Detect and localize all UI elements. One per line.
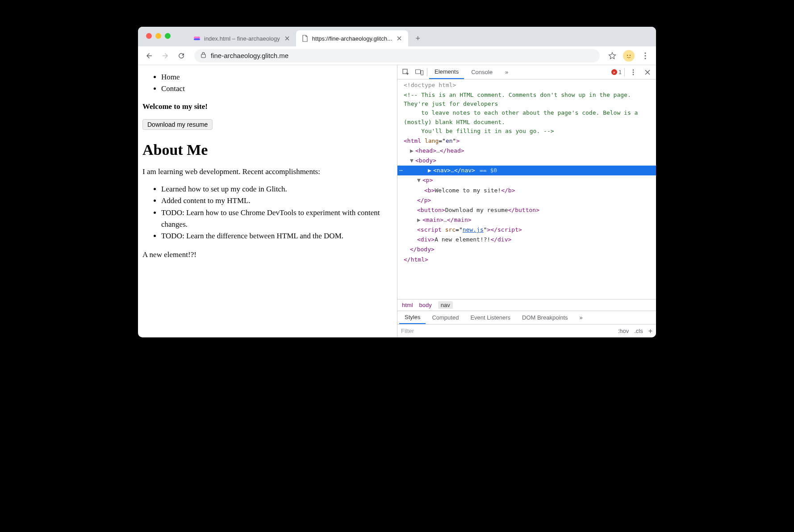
about-heading: About Me: [142, 141, 393, 158]
url-text: fine-archaeology.glitch.me: [211, 52, 288, 59]
back-button[interactable]: [142, 49, 156, 62]
breadcrumb-html[interactable]: html: [402, 302, 413, 308]
tab-more[interactable]: »: [500, 65, 514, 79]
nav-list: Home Contact: [161, 71, 393, 94]
devtools-tabbar: Elements Console » ✕ 1: [397, 65, 656, 79]
address-bar[interactable]: fine-archaeology.glitch.me: [194, 49, 600, 62]
lock-icon: [201, 52, 206, 59]
toolbar-right: [606, 50, 652, 62]
tab-inactive[interactable]: index.html – fine-archaeology: [188, 30, 296, 46]
tab-close-button[interactable]: [284, 35, 291, 42]
styles-filter-row: :hov .cls +: [397, 324, 656, 337]
toolbar: fine-archaeology.glitch.me: [138, 46, 656, 65]
console-ref: == $0: [480, 166, 497, 175]
separator: [427, 68, 427, 76]
nav-item-contact[interactable]: Contact: [161, 83, 393, 95]
glitch-favicon-icon: [193, 35, 201, 42]
tab-console[interactable]: Console: [466, 65, 498, 79]
tab-close-button[interactable]: [396, 35, 403, 42]
tab-title: https://fine-archaeology.glitch...: [312, 35, 392, 42]
svg-point-6: [644, 52, 646, 54]
dom-selected-nav[interactable]: ⋯ ▶<nav>…</nav>== $0: [397, 166, 656, 175]
new-tab-button[interactable]: +: [412, 32, 424, 45]
download-resume-button[interactable]: Download my resume: [142, 119, 213, 130]
browser-window: index.html – fine-archaeology https://fi…: [138, 27, 656, 337]
list-item: TODO: Learn how to use Chrome DevTools t…: [161, 207, 393, 231]
collapse-triangle-icon[interactable]: ▼: [410, 156, 415, 165]
window-controls: [146, 33, 171, 39]
nav-item-home[interactable]: Home: [161, 71, 393, 83]
devtools-right-controls: ✕ 1: [611, 66, 653, 78]
profile-avatar[interactable]: [623, 50, 635, 62]
expand-triangle-icon[interactable]: ▶: [417, 216, 422, 224]
device-toolbar-button[interactable]: [414, 66, 425, 78]
dom-breadcrumb: html body nav: [397, 299, 656, 311]
errors-badge[interactable]: ✕ 1: [611, 69, 622, 75]
reload-button[interactable]: [175, 49, 188, 62]
bookmark-button[interactable]: [606, 50, 618, 62]
tab-styles[interactable]: Styles: [399, 311, 426, 324]
styles-filter-input[interactable]: [401, 328, 618, 334]
devtools-menu-button[interactable]: [627, 66, 639, 78]
svg-point-14: [633, 74, 634, 75]
content-area: Home Contact Welcome to my site! Downloa…: [138, 65, 656, 337]
svg-point-4: [627, 54, 628, 55]
dom-html-open: <html: [404, 137, 425, 144]
tab-styles-more[interactable]: »: [574, 311, 588, 324]
maximize-window-button[interactable]: [165, 33, 171, 39]
svg-point-8: [644, 58, 646, 59]
dom-comment: <!-- This is an HTML comment. Comments d…: [404, 91, 641, 134]
script-src-link[interactable]: new.js: [463, 226, 484, 233]
tab-title: index.html – fine-archaeology: [204, 35, 280, 42]
chrome-menu-button[interactable]: [639, 50, 652, 62]
page-favicon-icon: [301, 35, 309, 42]
collapse-triangle-icon[interactable]: ▼: [417, 176, 422, 185]
minimize-window-button[interactable]: [155, 33, 161, 39]
styles-tabbar: Styles Computed Event Listeners DOM Brea…: [397, 311, 656, 324]
dom-tree[interactable]: <!doctype html> <!-- This is an HTML com…: [397, 79, 656, 299]
tab-elements[interactable]: Elements: [429, 65, 464, 79]
svg-point-13: [633, 71, 634, 73]
rendered-page: Home Contact Welcome to my site! Downloa…: [138, 65, 397, 337]
dom-doctype: <!doctype html>: [404, 82, 456, 88]
accomplishments-list: Learned how to set up my code in Glitch.…: [161, 183, 393, 242]
svg-rect-1: [194, 38, 200, 40]
tab-active[interactable]: https://fine-archaeology.glitch...: [296, 30, 408, 46]
svg-point-12: [633, 69, 634, 71]
tab-dom-breakpoints[interactable]: DOM Breakpoints: [517, 311, 573, 324]
hov-toggle[interactable]: :hov: [618, 328, 629, 334]
inspect-element-button[interactable]: [400, 66, 412, 78]
intro-text: I am learning web development. Recent ac…: [142, 167, 393, 176]
svg-rect-2: [201, 54, 205, 58]
tabs-container: index.html – fine-archaeology https://fi…: [188, 27, 424, 46]
tab-computed[interactable]: Computed: [426, 311, 464, 324]
svg-rect-0: [194, 37, 200, 38]
error-icon: ✕: [611, 69, 617, 75]
svg-rect-11: [421, 71, 423, 75]
cls-toggle[interactable]: .cls: [634, 328, 643, 334]
svg-point-3: [624, 51, 633, 60]
breadcrumb-nav[interactable]: nav: [438, 301, 453, 309]
expand-triangle-icon[interactable]: ▶: [410, 146, 415, 155]
tab-bar: index.html – fine-archaeology https://fi…: [138, 27, 656, 46]
separator: [624, 68, 625, 76]
errors-count: 1: [618, 69, 622, 75]
list-item: Learned how to set up my code in Glitch.: [161, 183, 393, 195]
welcome-heading: Welcome to my site!: [142, 102, 393, 111]
expand-triangle-icon[interactable]: ▶: [428, 166, 433, 175]
svg-point-7: [644, 55, 646, 56]
svg-point-5: [630, 54, 631, 55]
forward-button[interactable]: [159, 49, 172, 62]
close-window-button[interactable]: [146, 33, 152, 39]
svg-rect-10: [416, 70, 421, 74]
devtools-panel: Elements Console » ✕ 1: [397, 65, 656, 337]
ellipsis-icon: ⋯: [397, 166, 405, 175]
close-devtools-button[interactable]: [642, 66, 653, 78]
list-item: TODO: Learn the difference between HTML …: [161, 230, 393, 242]
list-item: Added content to my HTML.: [161, 195, 393, 207]
new-style-rule-button[interactable]: +: [648, 327, 652, 335]
breadcrumb-body[interactable]: body: [419, 302, 432, 308]
new-element-text: A new element!?!: [142, 250, 393, 259]
tab-event-listeners[interactable]: Event Listeners: [465, 311, 516, 324]
